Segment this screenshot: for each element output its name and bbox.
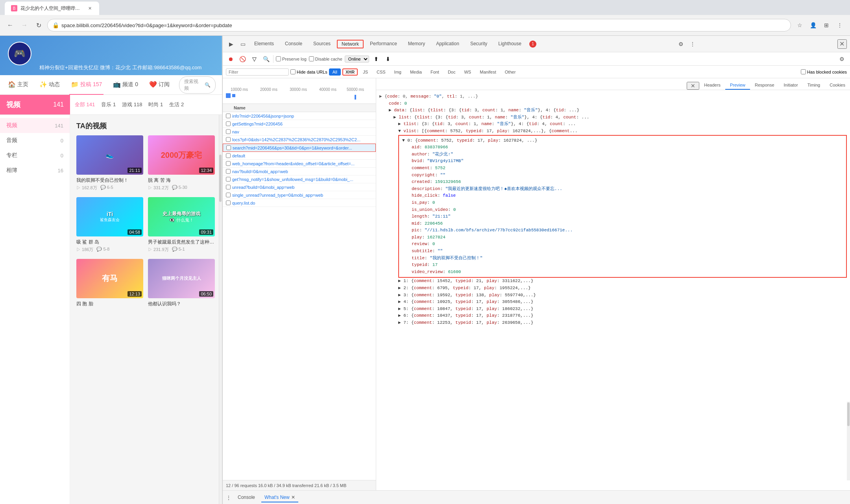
devtools-menu-icon[interactable]: ⋮ — [226, 495, 231, 501]
refresh-button[interactable]: ↻ — [33, 20, 44, 31]
forward-button[interactable]: → — [19, 20, 30, 31]
video-card-3[interactable]: iTi 鲨鱼森友会 04:58 吸 鲨 群 岛 ▷ 186万 💬 5-8 — [76, 197, 143, 253]
preserve-log-checkbox[interactable] — [276, 56, 281, 61]
devtools-device-button[interactable]: ▭ — [238, 39, 248, 49]
profile-button[interactable]: 👤 — [808, 20, 819, 31]
tab-elements[interactable]: Elements — [249, 39, 279, 49]
response-scrollbar-track[interactable] — [847, 402, 850, 480]
filter-input[interactable] — [226, 68, 289, 76]
request-row-search[interactable]: search?mid=2206456&ps=30&tid=0&pn=1&keyw… — [223, 144, 376, 152]
filter-img[interactable]: Img — [391, 68, 405, 76]
request-row-query[interactable]: query.list.do — [223, 199, 376, 207]
request-row-default[interactable]: default — [223, 152, 376, 160]
tab-close-button[interactable]: ✕ — [87, 5, 93, 11]
filter-font[interactable]: Font — [427, 68, 443, 76]
blocked-requests-checkbox[interactable] — [801, 69, 806, 74]
request-row-nav-build[interactable]: nav?build=0&mobi_app=web — [223, 168, 376, 175]
req-checkbox-7[interactable] — [226, 161, 231, 166]
resp-tab-cookies[interactable]: Cookies — [825, 81, 850, 90]
video-card-2[interactable]: 2000万豪宅 12:34 脱 离 苦 海 ▷ 331.2万 💬 5-30 — [148, 135, 215, 191]
filter-game[interactable]: 游戏 118 — [122, 101, 142, 108]
request-row-locs[interactable]: locs?pf=0&ids=142%2C2837%2C2836%2C2870%2… — [223, 136, 376, 144]
filter-fashion[interactable]: 时尚 1 — [148, 101, 163, 108]
response-close-button[interactable]: ✕ — [687, 82, 699, 90]
devtools-close-button[interactable]: ✕ — [837, 39, 847, 49]
export-button[interactable]: ⬇ — [383, 54, 393, 64]
sidebar-item-video[interactable]: 视频 141 — [0, 118, 70, 133]
search-network-button[interactable]: 🔍 — [261, 54, 271, 64]
browser-tab-active[interactable]: B 花少北的个人空间_哔哩哔哩_Bilibili ✕ — [5, 2, 99, 15]
clear-button[interactable]: 🚫 — [238, 54, 247, 64]
filter-doc[interactable]: Doc — [444, 68, 459, 76]
nav-subscribe[interactable]: ❤️ 订阅 — [148, 75, 171, 95]
req-checkbox-5[interactable] — [226, 145, 231, 150]
bottom-tab-whats-new[interactable]: What's New ✕ — [261, 493, 298, 502]
request-row-unread[interactable]: unread?build=0&mobi_app=web — [223, 183, 376, 191]
req-checkbox-6[interactable] — [226, 153, 231, 158]
throttle-select[interactable]: Online — [345, 55, 369, 63]
nav-dynamic[interactable]: ✨ 动态 — [38, 75, 61, 95]
filter-xhr[interactable]: XHR — [342, 68, 358, 76]
menu-button[interactable]: ⋮ — [834, 20, 845, 31]
bookmark-button[interactable]: ☆ — [794, 20, 805, 31]
hide-data-urls-label[interactable]: Hide data URLs — [290, 69, 327, 74]
request-row-web-homepage[interactable]: web_homepage?from=header&video_offset=0&… — [223, 160, 376, 168]
request-row-msg[interactable]: get?msg_notify=1&show_unfollowed_msg=1&b… — [223, 175, 376, 183]
request-row-settings[interactable]: getSettings?mid=2206456 — [223, 120, 376, 128]
bilibili-scrollbar[interactable] — [219, 115, 222, 504]
network-settings[interactable]: ⚙ — [837, 54, 847, 64]
tab-application[interactable]: Application — [431, 39, 464, 49]
filter-icon-button[interactable]: ▽ — [249, 54, 259, 64]
video-card-6[interactable]: 猫咪两个月没见主人 06:50 他都认识我吗？ — [148, 259, 215, 307]
filter-css[interactable]: CSS — [373, 68, 389, 76]
resp-tab-initiator[interactable]: Initiator — [779, 81, 803, 90]
request-row-single-unread[interactable]: single_unread?unread_type=0&mobi_app=web — [223, 191, 376, 199]
request-row-info[interactable]: info?mid=2206456&jsonp=jsonp — [223, 112, 376, 120]
address-bar[interactable]: 🔒 space.bilibili.com/2206456/video?tid=0… — [47, 19, 791, 31]
tab-performance[interactable]: Performance — [365, 39, 402, 49]
resp-tab-headers[interactable]: Headers — [699, 81, 725, 90]
response-scrollbar-thumb[interactable] — [847, 402, 850, 426]
filter-ws[interactable]: WS — [460, 68, 475, 76]
hide-data-urls-checkbox[interactable] — [290, 69, 296, 74]
req-checkbox-9[interactable] — [226, 177, 231, 182]
request-row-nav[interactable]: nav — [223, 128, 376, 136]
search-box[interactable]: 搜索视频 🔍 — [179, 76, 216, 94]
disable-cache-checkbox[interactable] — [309, 56, 314, 61]
tab-memory[interactable]: Memory — [403, 39, 430, 49]
req-checkbox-1[interactable] — [226, 113, 231, 118]
tab-lighthouse[interactable]: Lighthouse — [493, 39, 526, 49]
tab-security[interactable]: Security — [466, 39, 492, 49]
filter-manifest[interactable]: Manifest — [476, 68, 500, 76]
resp-tab-response[interactable]: Response — [750, 81, 779, 90]
scroll-thumb[interactable] — [219, 155, 222, 202]
disable-cache-label[interactable]: Disable cache — [309, 56, 342, 61]
filter-media[interactable]: Media — [407, 68, 425, 76]
nav-home[interactable]: 🏠 主页 — [6, 75, 30, 95]
nav-upload[interactable]: 📁 投稿 157 — [69, 75, 103, 95]
resp-tab-timing[interactable]: Timing — [803, 81, 825, 90]
req-checkbox-10[interactable] — [226, 185, 231, 190]
import-button[interactable]: ⬆ — [371, 54, 381, 64]
req-checkbox-11[interactable] — [226, 192, 231, 198]
video-card-4[interactable]: 史上最侮辱的游戏 👁‍🗨 什么鬼！ 09:31 男子被蹴最后竟然发生了这种事！？… — [148, 197, 215, 253]
tab-network[interactable]: Network — [337, 40, 364, 48]
devtools-more-button[interactable]: ⋮ — [687, 39, 698, 49]
req-checkbox-3[interactable] — [226, 129, 231, 134]
filter-music[interactable]: 音乐 1 — [101, 101, 116, 108]
req-checkbox-12[interactable] — [226, 200, 231, 205]
filter-all[interactable]: 全部 141 — [75, 101, 95, 108]
sidebar-item-audio[interactable]: 音频 0 — [0, 133, 70, 148]
filter-life[interactable]: 生活 2 — [169, 101, 184, 108]
filter-other[interactable]: Other — [501, 68, 519, 76]
resp-tab-preview[interactable]: Preview — [725, 81, 750, 90]
bottom-tab-console[interactable]: Console — [235, 493, 258, 502]
req-checkbox-2[interactable] — [226, 121, 231, 126]
filter-js[interactable]: JS — [359, 68, 371, 76]
tab-console[interactable]: Console — [280, 39, 307, 49]
filter-all[interactable]: All — [329, 68, 341, 76]
video-card-5[interactable]: 有马 12:13 四 胞 胎 — [76, 259, 143, 307]
preserve-log-label[interactable]: Preserve log — [276, 56, 307, 61]
nav-channel[interactable]: 📺 频道 0 — [111, 75, 140, 95]
tab-sources[interactable]: Sources — [309, 39, 335, 49]
